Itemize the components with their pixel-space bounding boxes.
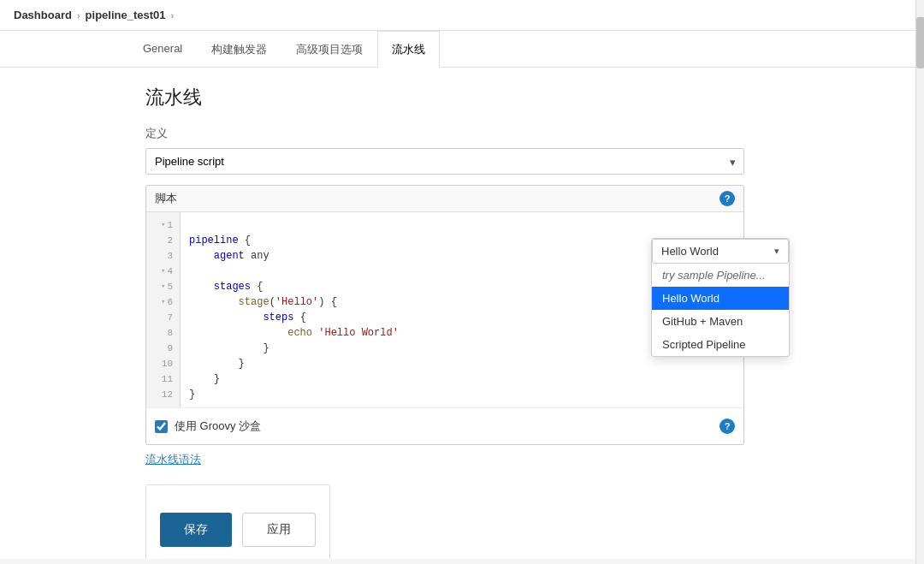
tab-advanced[interactable]: 高级项目选项 [281, 31, 377, 68]
editor-wrapper: ▾1 2 3 ▾4 ▾5 ▾6 [146, 212, 743, 407]
dropdown-item-github[interactable]: GitHub + Maven [652, 310, 789, 333]
dropdown-trigger-value: Hello World [661, 245, 719, 258]
script-header-label: 脚本 [155, 191, 177, 206]
tabs-bar: General 构建触发器 高级项目选项 流水线 [0, 31, 924, 68]
fold-arrow-1: ▾ [161, 217, 165, 233]
breadcrumb-arrow-2: › [171, 10, 175, 21]
page-title: 流水线 [145, 85, 744, 110]
dropdown-item-hello[interactable]: Hello World [652, 287, 789, 310]
breadcrumb-arrow-1: › [77, 10, 80, 21]
groovy-sandbox-label: 使用 Groovy 沙盒 [175, 419, 261, 434]
dropdown-trigger[interactable]: Hello World ▾ [652, 239, 789, 264]
breadcrumb-dashboard[interactable]: Dashboard [14, 9, 72, 21]
line-numbers: ▾1 2 3 ▾4 ▾5 ▾6 [146, 212, 181, 407]
content-area: General 构建触发器 高级项目选项 流水线 流水线 定义 Pipeline… [0, 31, 924, 559]
ln-9: 9 [146, 341, 180, 356]
main-wrapper: General 构建触发器 高级项目选项 流水线 流水线 定义 Pipeline… [0, 31, 924, 559]
script-header: 脚本 ? [146, 186, 743, 212]
pipeline-script-selector[interactable]: Pipeline script [145, 148, 744, 175]
pipeline-syntax-link[interactable]: 流水线语法 [145, 445, 744, 484]
fold-arrow-6: ▾ [161, 294, 165, 310]
right-scrollbar-thumb[interactable] [916, 17, 924, 68]
breadcrumb: Dashboard › pipeline_test01 › [0, 0, 924, 31]
ln-10: 10 [146, 356, 180, 371]
dropdown-menu: try sample Pipeline... Hello World GitHu… [652, 264, 789, 356]
ln-2: 2 [146, 233, 180, 248]
script-help-icon[interactable]: ? [720, 191, 735, 206]
ln-6: ▾6 [146, 294, 180, 310]
ln-5: ▾5 [146, 279, 180, 294]
fold-arrow-5: ▾ [161, 279, 165, 294]
sample-dropdown: Hello World ▾ try sample Pipeline... Hel… [651, 238, 790, 357]
apply-button[interactable]: 应用 [242, 513, 316, 547]
breadcrumb-pipeline[interactable]: pipeline_test01 [86, 9, 166, 21]
dropdown-item-try[interactable]: try sample Pipeline... [652, 264, 789, 287]
groovy-sandbox-checkbox-group: 使用 Groovy 沙盒 [155, 419, 261, 434]
ln-3: 3 [146, 248, 180, 264]
ln-1: ▾1 [146, 217, 180, 233]
tab-pipeline[interactable]: 流水线 [377, 31, 440, 68]
save-button[interactable]: 保存 [160, 513, 232, 547]
tab-build-triggers[interactable]: 构建触发器 [197, 31, 281, 68]
pipeline-script-select[interactable]: Pipeline script [145, 148, 744, 175]
groovy-sandbox-row: 使用 Groovy 沙盒 ? [146, 407, 743, 444]
script-section: 脚本 ? ▾1 2 3 ▾4 [145, 185, 744, 445]
dropdown-item-scripted[interactable]: Scripted Pipeline [652, 333, 789, 356]
groovy-sandbox-help-icon[interactable]: ? [720, 419, 735, 434]
ln-11: 11 [146, 371, 180, 387]
dropdown-trigger-arrow: ▾ [774, 246, 779, 257]
ln-8: 8 [146, 325, 180, 341]
groovy-sandbox-checkbox[interactable] [155, 420, 168, 433]
right-scrollbar[interactable] [915, 0, 924, 559]
definition-label: 定义 [145, 126, 744, 141]
ln-7: 7 [146, 310, 180, 325]
footer-buttons: 保存 应用 [160, 499, 316, 547]
page-content: 流水线 定义 Pipeline script 脚本 ? [0, 68, 770, 559]
ln-12: 12 [146, 387, 180, 402]
ln-4: ▾4 [146, 264, 180, 279]
tab-general[interactable]: General [128, 31, 197, 68]
fold-arrow-4: ▾ [161, 264, 165, 279]
